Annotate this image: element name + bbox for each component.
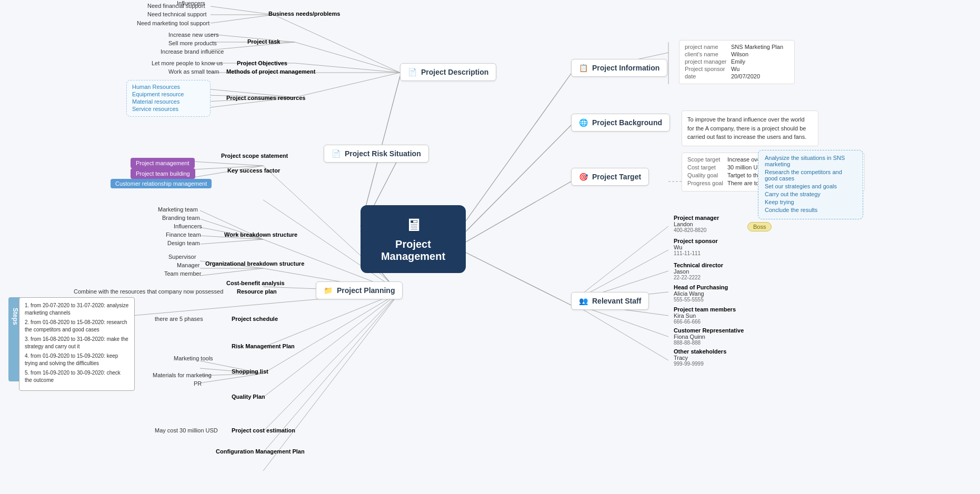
info-value-0: SNS Marketing Plan [731,44,783,50]
res-item-3: Material resources [132,98,205,105]
info-row-1: client's name Wilson [685,51,789,57]
monitor-icon: 🖥 [375,216,451,235]
methods-label: Methods of project management [226,68,315,75]
task-item-1: Increase new users [168,32,218,38]
ts-item-0: Analysize the situations in SNS marketin… [765,155,856,167]
res-item-4: Service resources [132,106,205,112]
mind-map: 🖥 Project Management 📄 Project Descripti… [0,0,980,494]
svg-line-6 [466,253,571,305]
target-steps-box: Analysize the situations in SNS marketin… [758,150,863,219]
task-item-2: Sell more products [168,40,217,46]
res-item-1: Human Resources [132,84,205,90]
staff-contact-2: 22-22-2222 [674,275,723,280]
project-risk-header: 📄 Project Risk Situation [324,145,429,163]
info-row-3: Project sponsor Wu [685,66,789,72]
staff-contact-5: 888-88-888 [674,340,744,346]
info-value-2: Emily [731,58,745,65]
ts-item-3: Carry out the strategy [765,191,856,197]
svg-line-10 [211,15,274,23]
ts-item-5: Conclude the results [765,207,856,213]
svg-line-4 [466,125,571,231]
ks-item-1: Project management [131,158,195,168]
task-item-3: Increase brand influence [161,48,224,55]
org-item-1: Supervisor [168,254,196,260]
info-label-1: client's name [685,51,727,57]
target-label-1: Cost target [687,164,724,170]
svg-line-30 [263,292,400,347]
wb-item-2: Branding team [162,215,200,221]
schedule-phases: there are 5 phases [155,316,203,322]
staff-role-6: Other stakeholders [674,348,726,355]
staff-3: Head of Purchasing Alicia Wang 555-55-55… [674,284,728,303]
svg-line-33 [263,292,400,431]
info-label-4: date [685,73,727,79]
cost-estimation-label: Project cost estimation [232,427,295,433]
shop-item-1: Marketing tools [174,355,213,361]
config-plan-label: Configuration Management Plan [216,448,305,455]
staff-2: Technical director Jason 22-22-2222 [674,262,723,280]
project-planning-label: Project Planning [337,286,395,295]
consumes-label: Project consumes resources [226,95,305,101]
center-node: 🖥 Project Management [361,205,466,273]
info-icon: 📋 [579,64,588,72]
biz-item-2: Need technical support [147,11,207,17]
staff-name-5: Fiona Quinn [674,334,744,340]
shop-item-3: Materials for marketing [153,372,212,378]
staff-contact-3: 555-55-5555 [674,297,728,303]
cost-benefit-label: Cost-benefit analysis [226,280,285,286]
staff-contact-1: 111-11-111 [674,250,718,256]
staff-contact-4: 666-66-666 [674,319,736,325]
project-task-label: Project task [247,38,280,45]
ts-item-1: Research the competitors and good cases [765,169,856,182]
org-item-3: Team member [164,270,201,277]
wb-item-4: Finance team [166,231,201,238]
svg-line-7 [274,15,400,73]
svg-line-19 [295,73,400,97]
staff-role-1: Project sponsor [674,238,718,244]
staff-name-4: Kira Sun [674,312,736,319]
staff-role-4: Project team members [674,306,736,312]
info-value-3: Wu [731,66,739,72]
staff-0: Project manager Landon 400-820-8820 [674,215,719,233]
step-3: 3. from 16-08-2020 to 31-08-2020: make t… [25,336,129,350]
project-planning-header: 📁 Project Planning [316,281,403,299]
staff-name-0: Landon [674,221,719,227]
staff-role-2: Technical director [674,262,723,268]
doc-icon: 📄 [408,68,417,76]
svg-line-8 [211,6,274,15]
shop-item-2: Influencers [177,0,205,6]
business-needs-label: Business needs/problems [268,11,340,17]
staff-1: Project sponsor Wu 111-11-111 [674,238,718,256]
svg-line-35 [263,292,400,471]
relevant-staff-header: 👥 Relevant Staff [571,292,649,310]
staff-contact-0: 400-820-8820 [674,227,719,233]
resource-plan-label: Resource plan [237,288,277,295]
project-bg-header: 🌐 Project Background [571,114,670,132]
project-target-header: 🎯 Project Target [571,168,649,186]
svg-line-3 [466,74,571,221]
center-title: Project Management [381,238,445,262]
info-value-4: 20/07/2020 [731,73,760,79]
ts-item-4: Keep trying [765,199,856,205]
scope-label: Project scope statement [221,153,288,159]
relevant-staff-label: Relevant Staff [592,297,641,305]
svg-line-36 [184,161,263,166]
staff-contact-6: 999-99-9999 [674,361,726,367]
methods-item-1: Work as small team [168,68,219,75]
svg-line-43 [200,239,263,244]
project-risk-label: Project Risk Situation [345,149,421,158]
info-label-3: Project sponsor [685,66,727,72]
project-bg-desc: To improve the brand influence over the … [682,110,818,146]
globe-icon: 🌐 [579,118,588,127]
org-item-2: Manager [177,262,199,268]
project-description-header: 📄 Project Description [400,63,496,81]
cost-item-1: May cost 30 million USD [155,427,218,433]
info-label-2: project manager [685,58,727,65]
step-2: 2. from 01-08-2020 to 15-08-2020: resear… [25,319,129,334]
info-row-0: project name SNS Marketing Plan [685,44,789,50]
project-schedule-label: Project schedule [232,316,278,322]
staff-role-3: Head of Purchasing [674,284,728,290]
info-value-1: Wilson [731,51,748,57]
staff-role-5: Customer Representative [674,327,744,334]
svg-line-5 [466,182,571,242]
